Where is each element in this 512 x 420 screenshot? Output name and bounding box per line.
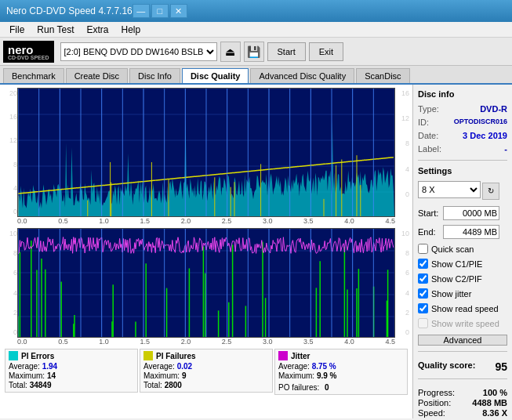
start-label: Start: (418, 208, 441, 218)
pi-failures-average: 0.02 (177, 362, 192, 371)
show-c1pie-label: Show C1/PIE (431, 259, 482, 269)
show-c2pif-row: Show C2/PIF (418, 273, 507, 284)
y-axis-bottom-left: 10 8 6 4 2 0 (3, 228, 17, 338)
quick-scan-row: Quick scan (418, 244, 507, 254)
show-c2pif-checkbox[interactable] (418, 273, 428, 284)
type-label: Type: (418, 104, 439, 114)
tab-benchmark[interactable]: Benchmark (3, 68, 64, 83)
progress-label: Progress: (418, 388, 455, 397)
y-axis-bottom-right: 10 8 6 4 2 0 (395, 228, 409, 338)
progress-section: Progress: 100 % Position: 4488 MB Speed:… (418, 388, 507, 418)
nero-logo: nero CD·DVD SPEED (3, 41, 54, 63)
tab-disc-quality[interactable]: Disc Quality (182, 68, 249, 83)
menu-help[interactable]: Help (115, 23, 147, 37)
y-axis-top-left: 20 16 12 8 4 0 (3, 88, 17, 217)
app-title: Nero CD-DVD Speed 4.7.7.16 (6, 5, 133, 16)
disc-type-row: Type: DVD-R (418, 104, 507, 114)
label-label: Label: (418, 144, 441, 154)
id-label: ID: (418, 118, 429, 127)
menu-file[interactable]: File (3, 23, 31, 37)
quality-score-value: 95 (495, 360, 507, 373)
id-value: OPTODISCR016 (454, 118, 507, 127)
date-value: 3 Dec 2019 (463, 131, 507, 140)
end-mb-row: End: (418, 225, 507, 239)
divider-2 (418, 351, 507, 352)
pi-errors-label: PI Errors (21, 352, 54, 360)
show-jitter-label: Show jitter (431, 289, 471, 299)
pi-failures-color (143, 351, 153, 360)
drive-selector[interactable]: [2:0] BENQ DVD DD DW1640 BSLB (60, 42, 217, 61)
advanced-button[interactable]: Advanced (418, 335, 507, 346)
window-controls: — □ ✕ (133, 4, 187, 18)
disc-info-title: Disc info (418, 89, 507, 99)
menu-extra[interactable]: Extra (80, 23, 114, 37)
pi-failures-maximum: 9 (182, 371, 187, 380)
po-failures-label: PO failures: (278, 383, 319, 392)
end-value-input[interactable] (443, 225, 499, 239)
disc-label-row: Label: - (418, 144, 507, 154)
x-axis-top: 0.00.51.01.52.02.53.03.54.04.5 (3, 217, 409, 225)
refresh-icon-button[interactable]: ↻ (482, 183, 499, 200)
quality-score-row: Quality score: 95 (418, 360, 507, 373)
eject-icon-button[interactable]: ⏏ (220, 42, 241, 62)
progress-value: 100 % (483, 388, 507, 397)
date-label: Date: (418, 131, 438, 140)
toolbar: nero CD·DVD SPEED [2:0] BENQ DVD DD DW16… (0, 38, 512, 66)
start-mb-row: Start: (418, 206, 507, 220)
pi-failures-total: 2800 (165, 381, 182, 389)
show-read-speed-row: Show read speed (418, 303, 507, 313)
title-bar: Nero CD-DVD Speed 4.7.7.16 — □ ✕ (0, 0, 512, 22)
show-write-speed-label: Show write speed (431, 319, 499, 328)
divider-1 (418, 160, 507, 161)
show-write-speed-row: Show write speed (418, 318, 507, 328)
legend-jitter: Jitter Average: 8.75 % Maximum: 9.9 % PO… (274, 349, 408, 395)
pi-errors-color (9, 351, 18, 360)
show-read-speed-label: Show read speed (431, 304, 499, 313)
menu-run-test[interactable]: Run Test (31, 23, 80, 37)
speed-result-value: 8.36 X (482, 408, 507, 418)
pi-failures-label: PI Failures (156, 352, 196, 360)
show-jitter-checkbox[interactable] (418, 288, 428, 299)
maximize-button[interactable]: □ (151, 4, 169, 18)
legend-area: PI Errors Average: 1.94 Maximum: 14 Tota… (3, 346, 409, 393)
disc-date-row: Date: 3 Dec 2019 (418, 131, 507, 140)
show-c1pie-checkbox[interactable] (418, 259, 428, 269)
tab-disc-info[interactable]: Disc Info (129, 68, 180, 83)
tab-bar: Benchmark Create Disc Disc Info Disc Qua… (0, 66, 512, 85)
show-jitter-row: Show jitter (418, 288, 507, 299)
y-axis-top-right: 16 12 8 4 0 (395, 88, 409, 217)
speed-selector[interactable]: 8 X (418, 181, 481, 198)
start-button[interactable]: Start (267, 42, 306, 61)
pi-errors-average: 1.94 (42, 362, 57, 371)
save-icon-button[interactable]: 💾 (244, 42, 264, 62)
quick-scan-checkbox[interactable] (418, 244, 428, 254)
jitter-color (278, 351, 288, 360)
label-value: - (504, 144, 507, 154)
settings-title: Settings (418, 166, 507, 176)
chart-area: 20 16 12 8 4 0 16 12 8 4 0 0.00.51.01.52… (0, 85, 412, 418)
close-button[interactable]: ✕ (170, 4, 187, 18)
show-c2pif-label: Show C2/PIF (431, 274, 482, 284)
main-content: 20 16 12 8 4 0 16 12 8 4 0 0.00.51.01.52… (0, 85, 512, 418)
tab-advanced-disc-quality[interactable]: Advanced Disc Quality (250, 68, 354, 83)
tab-create-disc[interactable]: Create Disc (66, 68, 128, 83)
bottom-chart-canvas-wrapper (17, 228, 395, 338)
jitter-maximum: 9.9 % (317, 371, 337, 380)
x-axis-bottom: 0.00.51.01.52.02.53.03.54.04.5 (3, 338, 409, 346)
start-value-input[interactable] (443, 206, 499, 220)
progress-row: Progress: 100 % (418, 388, 507, 397)
divider-3 (418, 378, 507, 379)
pi-errors-total: 34849 (30, 381, 52, 389)
minimize-button[interactable]: — (133, 4, 150, 18)
pi-errors-maximum: 14 (47, 371, 56, 380)
right-panel: Disc info Type: DVD-R ID: OPTODISCR016 D… (412, 85, 512, 418)
quick-scan-label: Quick scan (431, 244, 474, 254)
show-c1pie-row: Show C1/PIE (418, 259, 507, 269)
jitter-average: 8.75 % (312, 362, 336, 371)
type-value: DVD-R (480, 104, 507, 114)
menu-bar: File Run Test Extra Help (0, 22, 512, 38)
show-read-speed-checkbox[interactable] (418, 303, 428, 313)
legend-pi-errors: PI Errors Average: 1.94 Maximum: 14 Tota… (5, 349, 138, 393)
exit-button[interactable]: Exit (309, 42, 343, 61)
tab-scandisc[interactable]: ScanDisc (356, 68, 409, 83)
